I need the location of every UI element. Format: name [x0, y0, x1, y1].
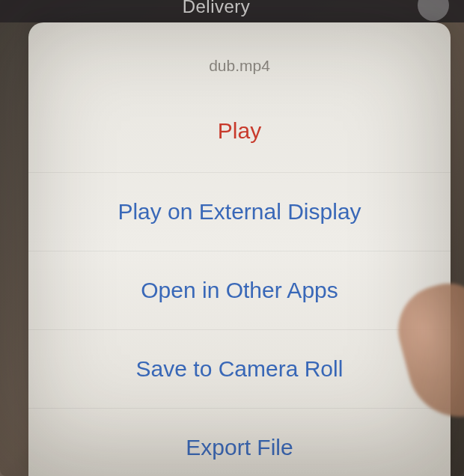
action-play-external-display[interactable]: Play on External Display	[28, 172, 451, 251]
action-sheet: dub.mp4 Play Play on External Display Op…	[28, 22, 451, 476]
action-export-file[interactable]: Export File	[28, 408, 451, 468]
sheet-filename: dub.mp4	[28, 22, 451, 102]
nav-title-partial: Delivery	[15, 0, 418, 17]
action-play[interactable]: Play	[28, 102, 451, 172]
nav-bar-behind: Delivery	[0, 0, 464, 22]
action-save-to-camera-roll[interactable]: Save to Camera Roll	[28, 329, 451, 408]
nav-action-icon	[418, 0, 449, 21]
action-open-in-other-apps[interactable]: Open in Other Apps	[28, 251, 451, 329]
